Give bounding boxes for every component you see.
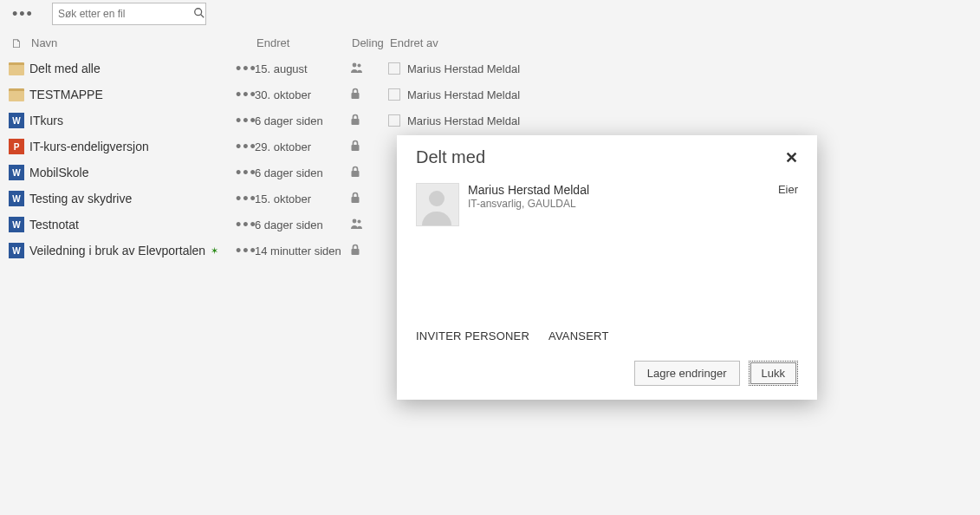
close-icon[interactable]: ✕: [785, 148, 798, 167]
row-checkbox[interactable]: [388, 88, 400, 101]
svg-line-1: [201, 14, 204, 17]
folder-icon: [9, 62, 24, 75]
row-menu[interactable]: •••: [236, 112, 255, 130]
permission-label: Eier: [778, 183, 798, 226]
table-row[interactable]: Delt med alle•••15. augustMarius Herstad…: [0, 55, 980, 81]
row-menu[interactable]: •••: [236, 164, 255, 182]
row-menu[interactable]: •••: [236, 242, 255, 260]
svg-point-2: [353, 62, 357, 67]
row-checkbox[interactable]: [388, 62, 400, 75]
search-input[interactable]: [53, 8, 193, 20]
modified-date: 29. oktober: [255, 140, 350, 153]
modified-date: 6 dager siden: [255, 166, 350, 179]
svg-rect-11: [352, 249, 360, 255]
lock-icon: [350, 114, 360, 128]
shared-icon: [350, 218, 364, 232]
svg-point-0: [195, 8, 202, 15]
lock-icon: [350, 192, 360, 206]
dialog-title: Delt med: [416, 147, 485, 167]
file-name[interactable]: Delt med alle: [29, 62, 236, 75]
save-changes-button[interactable]: Lagre endringer: [634, 361, 740, 386]
modified-date: 6 dager siden: [255, 114, 350, 127]
modified-by: Marius Herstad Meldal: [407, 114, 520, 127]
avatar: [416, 183, 459, 226]
modified-date: 15. oktober: [255, 192, 350, 205]
col-name[interactable]: Navn: [29, 36, 256, 50]
word-icon: W: [9, 113, 24, 128]
search-icon[interactable]: [193, 7, 205, 22]
file-name[interactable]: Testing av skydrive: [29, 192, 236, 205]
table-row[interactable]: WITkurs•••6 dager sidenMarius Herstad Me…: [0, 108, 980, 134]
file-name[interactable]: TESTMAPPE: [29, 88, 236, 101]
svg-point-3: [358, 63, 361, 67]
lock-icon: [350, 166, 360, 180]
modified-by: Marius Herstad Meldal: [407, 88, 520, 101]
modified-by: Marius Herstad Meldal: [407, 62, 520, 75]
col-modified-by[interactable]: Endret av: [390, 36, 563, 50]
file-name[interactable]: ITkurs: [29, 114, 236, 127]
advanced-link[interactable]: AVANSERT: [548, 329, 609, 342]
word-icon: W: [9, 165, 24, 180]
modified-date: 14 minutter siden: [255, 244, 350, 258]
column-headers: 🗋 Navn Endret Deling Endret av: [0, 36, 980, 50]
shared-icon: [350, 62, 364, 76]
svg-point-9: [353, 218, 357, 223]
row-menu[interactable]: •••: [236, 190, 255, 208]
col-sharing[interactable]: Deling: [352, 36, 390, 50]
row-menu[interactable]: •••: [236, 138, 255, 156]
table-row[interactable]: TESTMAPPE•••30. oktoberMarius Herstad Me…: [0, 81, 980, 108]
word-icon: W: [9, 243, 24, 258]
lock-icon: [350, 88, 360, 102]
search-box[interactable]: [52, 3, 206, 25]
folder-icon: [9, 88, 24, 101]
file-name[interactable]: IT-kurs-endeligversjon: [29, 140, 236, 153]
svg-rect-6: [352, 145, 360, 151]
word-icon: W: [9, 191, 24, 206]
powerpoint-icon: P: [9, 139, 24, 154]
lock-icon: [350, 244, 360, 258]
svg-rect-8: [352, 197, 360, 203]
close-button[interactable]: Lukk: [749, 361, 798, 386]
row-checkbox[interactable]: [388, 114, 400, 127]
file-name[interactable]: Veiledning i bruk av Elevportalen✶: [29, 244, 236, 258]
file-type-icon: 🗋: [3, 36, 29, 50]
row-menu[interactable]: •••: [236, 60, 255, 78]
invite-people-link[interactable]: INVITER PERSONER: [416, 329, 529, 342]
modified-date: 6 dager siden: [255, 218, 350, 231]
modified-date: 15. august: [255, 62, 350, 75]
file-name[interactable]: Testnotat: [29, 218, 236, 231]
shared-user-role: IT-ansvarlig, GAULDAL: [468, 198, 769, 210]
svg-point-10: [358, 219, 361, 223]
share-dialog: Delt med ✕ Marius Herstad Meldal IT-ansv…: [397, 135, 817, 400]
lock-icon: [350, 140, 360, 154]
row-menu[interactable]: •••: [236, 86, 255, 104]
svg-rect-7: [352, 171, 360, 177]
svg-rect-4: [352, 93, 360, 99]
row-menu[interactable]: •••: [236, 216, 255, 234]
new-badge: ✶: [211, 245, 218, 257]
svg-rect-5: [352, 119, 360, 125]
file-name[interactable]: MobilSkole: [29, 166, 236, 179]
shared-user-name: Marius Herstad Meldal: [468, 183, 769, 197]
more-menu[interactable]: •••: [9, 5, 47, 23]
col-modified[interactable]: Endret: [256, 36, 352, 50]
word-icon: W: [9, 217, 24, 232]
modified-date: 30. oktober: [255, 88, 350, 101]
